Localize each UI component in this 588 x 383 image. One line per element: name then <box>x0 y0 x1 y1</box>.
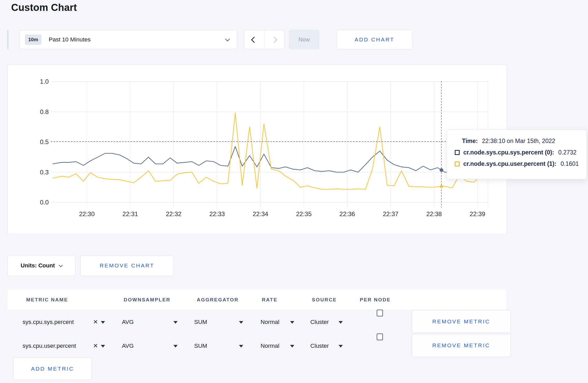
downsampler-select[interactable]: AVG <box>122 334 134 358</box>
table-row: sys.cpu.user.percent ✕ AVG SUM Normal Cl… <box>8 334 506 358</box>
x-axis-tick-label: 22:35 <box>296 210 312 217</box>
sys-series-swatch-icon <box>455 150 460 155</box>
aggregator-caret-icon[interactable] <box>239 334 243 358</box>
chevron-left-icon <box>251 37 257 43</box>
tooltip-time-row: Time: 22:38:10 on Mar 15th, 2022 <box>455 138 581 145</box>
chevron-down-icon <box>225 37 230 41</box>
y-axis-tick-label: 0.3 <box>40 169 49 176</box>
tooltip-user-value: 0.1601 <box>561 160 579 167</box>
toolbar-divider <box>8 30 8 49</box>
x-axis-tick-label: 22:39 <box>470 210 485 217</box>
chevron-down-icon <box>59 263 63 267</box>
x-axis-tick-label: 22:30 <box>79 210 95 217</box>
x-axis-tick-label: 22:31 <box>122 210 138 217</box>
remove-chart-button[interactable]: REMOVE CHART <box>80 255 174 276</box>
column-header-aggregator: AGGREGATOR <box>197 290 239 310</box>
source-caret-icon[interactable] <box>339 334 343 358</box>
now-button[interactable]: Now <box>289 30 319 49</box>
tooltip-series-row: cr.node.sys.cpu.user.percent (1): 0.1601 <box>455 160 581 167</box>
metric-name-value[interactable]: sys.cpu.user.percent <box>23 334 76 358</box>
chevron-right-icon <box>271 37 277 43</box>
crosshair-point-user <box>440 185 443 188</box>
per-node-checkbox[interactable] <box>377 334 383 340</box>
chart-crosshair <box>51 81 488 208</box>
chart-canvas[interactable]: 22:3022:3122:3222:3322:3422:3522:3622:37… <box>8 65 507 235</box>
crosshair-point-sys <box>440 168 443 172</box>
custom-chart-page: Custom Chart 10m Past 10 Minutes Now ADD… <box>0 0 588 383</box>
tooltip-sys-value: 0.2732 <box>558 149 576 156</box>
column-header-per-node: PER NODE <box>360 290 391 310</box>
page-title: Custom Chart <box>11 2 77 13</box>
rate-caret-icon[interactable] <box>290 334 294 358</box>
tooltip-user-label: cr.node.sys.cpu.user.percent (1): <box>463 160 556 167</box>
metrics-table-header: METRIC NAME DOWNSAMPLER AGGREGATOR RATE … <box>8 290 506 310</box>
y-axis-tick-label: 0.5 <box>40 138 49 145</box>
tooltip-time-value: 22:38:10 on Mar 15th, 2022 <box>482 138 555 145</box>
rate-select[interactable]: Normal <box>261 310 279 335</box>
x-axis-tick-label: 22:34 <box>253 210 268 217</box>
rate-select[interactable]: Normal <box>261 334 279 358</box>
chart-tooltip: Time: 22:38:10 on Mar 15th, 2022 cr.node… <box>447 130 587 179</box>
tooltip-sys-label: cr.node.sys.cpu.sys.percent (0): <box>463 149 554 156</box>
column-header-downsampler: DOWNSAMPLER <box>124 290 171 310</box>
time-forward-button[interactable] <box>264 30 284 49</box>
time-range-dropdown[interactable]: 10m Past 10 Minutes <box>19 30 237 49</box>
tooltip-series-row: cr.node.sys.cpu.sys.percent (0): 0.2732 <box>455 149 581 156</box>
tooltip-time-label: Time: <box>462 138 478 145</box>
aggregator-caret-icon[interactable] <box>239 310 243 335</box>
source-caret-icon[interactable] <box>339 310 343 335</box>
metric-name-caret-icon[interactable] <box>101 334 105 358</box>
downsampler-caret-icon[interactable] <box>173 310 178 335</box>
x-axis-tick-label: 22:37 <box>383 210 398 217</box>
column-header-metric-name: METRIC NAME <box>26 290 68 310</box>
add-chart-button[interactable]: ADD CHART <box>336 30 413 49</box>
x-axis-tick-label: 22:38 <box>426 210 442 217</box>
source-select[interactable]: Cluster <box>310 334 329 358</box>
metric-name-value[interactable]: sys.cpu.sys.percent <box>23 310 74 335</box>
chart-grid: 22:3022:3122:3222:3322:3422:3522:3622:37… <box>40 78 488 217</box>
aggregator-select[interactable]: SUM <box>194 334 207 358</box>
rate-caret-icon[interactable] <box>290 310 294 335</box>
y-axis-tick-label: 0.0 <box>40 199 49 206</box>
column-header-rate: RATE <box>262 290 277 310</box>
downsampler-caret-icon[interactable] <box>173 334 178 358</box>
x-axis-tick-label: 22:33 <box>209 210 225 217</box>
time-pager <box>244 30 284 49</box>
time-range-label: Past 10 Minutes <box>49 36 226 43</box>
units-dropdown[interactable]: Units: Count <box>8 255 75 276</box>
metric-name-caret-icon[interactable] <box>101 310 105 335</box>
time-back-button[interactable] <box>244 30 264 49</box>
units-label: Units: Count <box>21 262 55 269</box>
y-axis-tick-label: 1.0 <box>40 78 49 85</box>
column-header-source: SOURCE <box>312 290 337 310</box>
add-metric-button[interactable]: ADD METRIC <box>13 358 92 380</box>
x-axis-tick-label: 22:36 <box>339 210 355 217</box>
remove-metric-button[interactable]: REMOVE METRIC <box>412 334 511 357</box>
chart-card: 22:3022:3122:3222:3322:3422:3522:3622:37… <box>8 65 507 234</box>
downsampler-select[interactable]: AVG <box>122 310 134 335</box>
y-axis-tick-label: 0.8 <box>40 108 49 115</box>
clear-metric-icon[interactable]: ✕ <box>93 334 98 358</box>
clear-metric-icon[interactable]: ✕ <box>93 310 98 335</box>
aggregator-select[interactable]: SUM <box>194 310 207 335</box>
user-series-swatch-icon <box>455 161 460 166</box>
remove-metric-button[interactable]: REMOVE METRIC <box>412 310 511 333</box>
time-range-badge: 10m <box>25 34 41 45</box>
line-series-user <box>53 113 484 189</box>
x-axis-tick-label: 22:32 <box>166 210 181 217</box>
per-node-checkbox[interactable] <box>377 310 383 316</box>
source-select[interactable]: Cluster <box>310 310 329 335</box>
table-row: sys.cpu.sys.percent ✕ AVG SUM Normal Clu… <box>8 310 506 335</box>
